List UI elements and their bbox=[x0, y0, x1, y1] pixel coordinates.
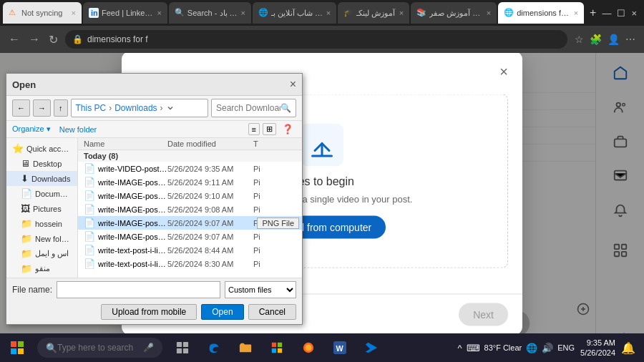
file-item[interactable]: 📄 write-text-post-i-linkedin2 5/26/2024 … bbox=[78, 243, 302, 257]
nav-up-button[interactable]: ↑ bbox=[54, 99, 68, 117]
taskbar-vscode[interactable] bbox=[357, 333, 386, 362]
tab-linkedin-feed[interactable]: in Feed | LinkedIn × bbox=[83, 2, 167, 24]
col-type-header[interactable]: T bbox=[253, 140, 296, 148]
date-group-today: Today (8) bbox=[78, 150, 302, 162]
file-item[interactable]: 📄 write-VIDEO-post-iN-linkedin1 5/26/202… bbox=[78, 162, 302, 175]
taskbar-file-explorer[interactable] bbox=[231, 333, 260, 362]
tray-keyboard-icon[interactable]: ⌨ bbox=[467, 343, 480, 353]
nav-forward-button[interactable]: → bbox=[33, 99, 51, 117]
desktop-icon: 🖥 bbox=[21, 158, 30, 169]
nav-downloads[interactable]: ⬇ Downloads bbox=[6, 171, 77, 186]
svg-rect-21 bbox=[278, 343, 282, 347]
start-button[interactable] bbox=[0, 333, 34, 362]
file-open-dialog: Open × ← → ↑ This PC › Downloads › 🔍 bbox=[6, 73, 303, 325]
tab-search[interactable]: 🔍 Search - یت باد × bbox=[169, 2, 251, 24]
nav-mnqv[interactable]: 📁 منقو bbox=[6, 261, 77, 276]
tab-close-7[interactable]: × bbox=[574, 9, 578, 17]
breadcrumb-thispc[interactable]: This PC bbox=[76, 103, 107, 113]
help-button[interactable]: ❓ bbox=[279, 123, 296, 135]
tab-6[interactable]: 📚 یکیج آموزش صفر × bbox=[411, 2, 497, 24]
tab-4[interactable]: 🌐 یت شاب آنلاین بـ × bbox=[253, 2, 336, 24]
extension-icon[interactable]: 🧩 bbox=[590, 34, 602, 45]
col-date-header[interactable]: Date modified bbox=[167, 140, 253, 148]
nav-hossein[interactable]: 📁 hossein bbox=[6, 216, 77, 231]
tab-close-4[interactable]: × bbox=[326, 9, 331, 17]
svg-rect-11 bbox=[311, 155, 333, 157]
nav-back-button[interactable]: ← bbox=[12, 99, 30, 117]
back-button[interactable]: ← bbox=[6, 31, 23, 48]
new-folder-button[interactable]: New folder bbox=[59, 125, 97, 134]
breadcrumb-downloads[interactable]: Downloads bbox=[114, 103, 157, 113]
filename-input[interactable] bbox=[57, 281, 220, 298]
file-type-8: Pi bbox=[253, 260, 296, 268]
tab-close-1[interactable]: × bbox=[72, 9, 76, 17]
breadcrumb-dropdown-icon[interactable] bbox=[166, 104, 175, 112]
nav-buttons: ← → ↻ bbox=[6, 31, 61, 48]
tab-close-6[interactable]: × bbox=[487, 9, 491, 17]
forward-button[interactable]: → bbox=[26, 31, 43, 48]
taskbar-clock[interactable]: 9:35 AM 5/26/2024 bbox=[580, 338, 615, 358]
tray-up-arrow[interactable]: ^ bbox=[457, 343, 462, 353]
file-dialog-content: ⭐ Quick access 🖥 Desktop ⬇ Downloads 📄 D… bbox=[6, 138, 302, 278]
downloads-icon: ⬇ bbox=[21, 173, 29, 184]
view-icons-button[interactable]: ⊞ bbox=[263, 123, 276, 135]
star-icon[interactable]: ☆ bbox=[575, 34, 584, 45]
open-button[interactable]: Open bbox=[201, 304, 243, 320]
notification-bell-icon[interactable]: 🔔 bbox=[621, 341, 635, 355]
file-item-selected[interactable]: 📄 write-IMAGE-post-iN-linkedin2 5/26/202… bbox=[78, 216, 302, 230]
minimize-btn[interactable]: — bbox=[602, 8, 611, 19]
tab-7-active[interactable]: 🌐 dimensions for f × bbox=[498, 2, 584, 24]
search-downloads-box[interactable]: 🔍 bbox=[211, 99, 296, 117]
upload-mobile-button[interactable]: Upload from mobile bbox=[101, 304, 197, 320]
breadcrumb[interactable]: This PC › Downloads › bbox=[71, 99, 209, 117]
cortana-icon: 🎤 bbox=[143, 343, 154, 353]
cancel-button[interactable]: Cancel bbox=[248, 304, 296, 320]
view-details-button[interactable]: ≡ bbox=[248, 123, 260, 135]
file-type-3: Pi bbox=[253, 192, 296, 200]
tab-label-4: یت شاب آنلاین بـ bbox=[271, 9, 323, 18]
taskbar-store[interactable] bbox=[263, 333, 291, 362]
file-dialog-close-button[interactable]: × bbox=[290, 78, 296, 91]
profile-icon[interactable]: 👤 bbox=[608, 34, 620, 45]
tray-network-icon[interactable]: 🌐 bbox=[526, 343, 537, 353]
file-item[interactable]: 📄 write-IMAGE-post-iN-linkedin4 5/26/202… bbox=[78, 189, 302, 202]
taskbar-edge[interactable] bbox=[200, 333, 228, 362]
nav-pictures[interactable]: 🖼 Pictures bbox=[6, 201, 77, 216]
post-modal-close-button[interactable]: × bbox=[499, 64, 508, 80]
file-item[interactable]: 📄 write-IMAGE-post-iN-linkedin5 5/26/202… bbox=[78, 175, 302, 189]
file-item[interactable]: 📄 write-IMAGE-post-iN-linkedin1 5/26/202… bbox=[78, 230, 302, 243]
nav-quick-access[interactable]: ⭐ Quick access bbox=[6, 141, 77, 156]
organize-button[interactable]: Organize ▾ bbox=[12, 124, 51, 134]
refresh-button[interactable]: ↻ bbox=[46, 31, 61, 48]
nav-desktop-label: Desktop bbox=[33, 160, 62, 168]
browser-close-btn[interactable]: × bbox=[631, 8, 637, 19]
taskbar-search-input[interactable] bbox=[57, 343, 143, 353]
new-tab-button[interactable]: + bbox=[585, 6, 600, 19]
tray-lang: ENG bbox=[557, 343, 575, 352]
search-downloads-input[interactable] bbox=[216, 103, 280, 113]
tab-5[interactable]: 🎓 آموزش لینکـ × bbox=[338, 2, 409, 24]
nav-documents[interactable]: 📄 Documents bbox=[6, 186, 77, 201]
nav-email[interactable]: 📁 اس و ایمل bbox=[6, 246, 77, 261]
nav-desktop[interactable]: 🖥 Desktop bbox=[6, 156, 77, 171]
taskbar-search[interactable]: 🔍 🎤 bbox=[37, 338, 162, 358]
taskbar-firefox[interactable] bbox=[294, 333, 323, 362]
address-box[interactable]: 🔒 dimensions for f bbox=[65, 30, 567, 49]
col-name-header[interactable]: Name bbox=[84, 140, 167, 148]
settings-icon[interactable]: ⋯ bbox=[625, 34, 635, 45]
file-name-4: write-IMAGE-post-iN-linkedin3 bbox=[98, 205, 167, 214]
taskbar-task-view[interactable] bbox=[168, 333, 197, 362]
tray-volume-icon[interactable]: 🔊 bbox=[542, 343, 553, 353]
tab-close-5[interactable]: × bbox=[399, 9, 404, 17]
taskbar-word[interactable]: W bbox=[326, 333, 354, 362]
tab-not-syncing[interactable]: ⚠ Not syncing × bbox=[3, 2, 82, 24]
svg-rect-13 bbox=[18, 341, 24, 347]
tab-close-3[interactable]: × bbox=[240, 9, 245, 17]
file-item[interactable]: 📄 write-text-post-i-linkedin1 5/26/2024 … bbox=[78, 257, 302, 270]
nav-quick-access-label: Quick access bbox=[26, 145, 72, 153]
maximize-btn[interactable]: ☐ bbox=[617, 8, 625, 19]
file-item[interactable]: 📄 write-IMAGE-post-iN-linkedin3 5/26/202… bbox=[78, 202, 302, 216]
filetype-select[interactable]: Custom files bbox=[225, 281, 296, 298]
tab-close-2[interactable]: × bbox=[157, 9, 161, 17]
nav-new-folder[interactable]: 📁 New folder bbox=[6, 231, 77, 246]
